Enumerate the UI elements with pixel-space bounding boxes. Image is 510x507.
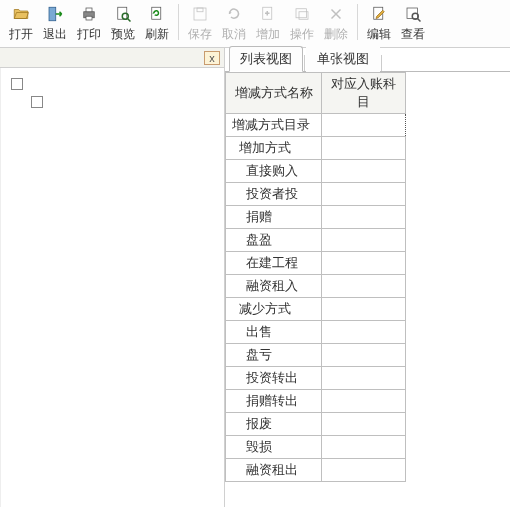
svg-rect-13 [296,9,307,18]
cell-name[interactable]: 增加方式 [226,137,322,160]
delete-button: 删除 [320,2,352,45]
cell-name[interactable]: 报废 [226,413,322,436]
toolbar-separator [357,4,358,40]
svg-line-20 [418,19,421,22]
cell-name[interactable]: 捐赠转出 [226,390,322,413]
grid-container: 增减方式名称 对应入账科目 增减方式目录 增加方式 直接购入 投资者投 捐赠 盘… [225,72,510,482]
cell-account[interactable] [322,206,406,229]
cell-name[interactable]: 捐赠 [226,206,322,229]
print-button[interactable]: 打印 [73,2,105,45]
cell-name[interactable]: 在建工程 [226,252,322,275]
table-row[interactable]: 增加方式 [226,137,406,160]
edit-button[interactable]: 编辑 [363,2,395,45]
operate-label: 操作 [290,26,314,43]
table-row[interactable]: 投资者投 [226,183,406,206]
cell-name[interactable]: 减少方式 [226,298,322,321]
table-row[interactable]: 盘盈 [226,229,406,252]
tab-list-view[interactable]: 列表视图 [229,46,303,72]
table-row[interactable]: 减少方式 [226,298,406,321]
column-header-name[interactable]: 增减方式名称 [226,73,322,114]
add-icon [258,4,278,24]
cell-name[interactable]: 投资转出 [226,367,322,390]
cancel-button: 取消 [218,2,250,45]
cell-account[interactable] [322,275,406,298]
preview-button[interactable]: 预览 [107,2,139,45]
tree-child-checkbox[interactable] [31,96,43,108]
table-row[interactable]: 盘亏 [226,344,406,367]
open-label: 打开 [9,26,33,43]
cell-name[interactable]: 融资租出 [226,459,322,482]
view-icon [403,4,423,24]
cell-name[interactable]: 出售 [226,321,322,344]
add-label: 增加 [256,26,280,43]
printer-icon [79,4,99,24]
tree-view[interactable] [0,68,224,507]
cancel-label: 取消 [222,26,246,43]
table-row[interactable]: 捐赠 [226,206,406,229]
column-header-account[interactable]: 对应入账科目 [322,73,406,114]
refresh-icon [147,4,167,24]
edit-icon [369,4,389,24]
folder-open-icon [11,4,31,24]
svg-rect-8 [194,8,206,20]
table-row[interactable]: 在建工程 [226,252,406,275]
cell-name[interactable]: 融资租入 [226,275,322,298]
view-button[interactable]: 查看 [397,2,429,45]
cell-account[interactable] [322,413,406,436]
cell-account[interactable] [322,344,406,367]
cell-account[interactable] [322,229,406,252]
print-label: 打印 [77,26,101,43]
cell-name[interactable]: 直接购入 [226,160,322,183]
svg-rect-9 [197,8,203,12]
close-pane-button[interactable]: x [204,51,220,65]
tab-form-view[interactable]: 单张视图 [306,46,380,72]
table-row[interactable]: 投资转出 [226,367,406,390]
cell-name[interactable]: 盘亏 [226,344,322,367]
operate-button: 操作 [286,2,318,45]
exit-button[interactable]: 退出 [39,2,71,45]
save-label: 保存 [188,26,212,43]
table-row[interactable]: 出售 [226,321,406,344]
cell-account[interactable] [322,321,406,344]
cell-account[interactable] [322,252,406,275]
table-row[interactable]: 融资租入 [226,275,406,298]
table-row[interactable]: 融资租出 [226,459,406,482]
cell-account[interactable] [322,160,406,183]
cell-account[interactable] [322,367,406,390]
preview-label: 预览 [111,26,135,43]
cell-account[interactable] [322,137,406,160]
add-button: 增加 [252,2,284,45]
table-row[interactable]: 报废 [226,413,406,436]
cell-name[interactable]: 投资者投 [226,183,322,206]
edit-label: 编辑 [367,26,391,43]
table-row[interactable]: 增减方式目录 [226,114,406,137]
tab-separator [381,55,382,71]
cell-name[interactable]: 盘盈 [226,229,322,252]
refresh-button[interactable]: 刷新 [141,2,173,45]
cell-account[interactable] [322,459,406,482]
save-icon [190,4,210,24]
undo-icon [224,4,244,24]
table-row[interactable]: 直接购入 [226,160,406,183]
toolbar: 打开 退出 打印 预览 刷新 保存 取消 [0,0,510,48]
save-button: 保存 [184,2,216,45]
svg-rect-2 [86,8,92,12]
tree-root-checkbox[interactable] [11,78,23,90]
table-row[interactable]: 捐赠转出 [226,390,406,413]
cell-name[interactable]: 毁损 [226,436,322,459]
data-grid[interactable]: 增减方式名称 对应入账科目 增减方式目录 增加方式 直接购入 投资者投 捐赠 盘… [225,72,406,482]
cell-account[interactable] [322,436,406,459]
svg-rect-0 [49,7,56,21]
operate-icon [292,4,312,24]
cell-name[interactable]: 增减方式目录 [226,114,322,137]
table-row[interactable]: 毁损 [226,436,406,459]
exit-label: 退出 [43,26,67,43]
left-pane: x [0,48,225,507]
cell-account[interactable] [322,114,406,137]
cell-account[interactable] [322,298,406,321]
right-pane: 列表视图 单张视图 增减方式名称 对应入账科目 增减方式目录 增加方式 直接购入… [225,48,510,507]
svg-line-6 [128,19,131,22]
cell-account[interactable] [322,183,406,206]
cell-account[interactable] [322,390,406,413]
open-button[interactable]: 打开 [5,2,37,45]
